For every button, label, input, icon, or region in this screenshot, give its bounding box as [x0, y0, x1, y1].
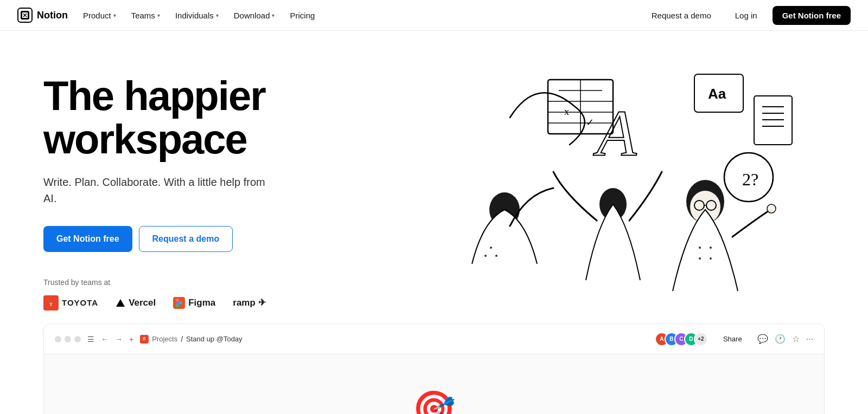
svg-point-40	[699, 247, 701, 249]
nav-pricing-label: Pricing	[290, 11, 315, 20]
window-dots	[55, 336, 81, 342]
svg-point-30	[495, 255, 497, 257]
hero-section: The happier workspace Write. Plan. Colla…	[0, 31, 868, 324]
svg-text:2?: 2?	[742, 170, 758, 189]
breadcrumb-separator: /	[181, 335, 183, 344]
svg-text:Aa: Aa	[708, 86, 726, 102]
vercel-logo: Vercel	[116, 297, 156, 308]
svg-point-42	[699, 257, 701, 260]
hero-subtitle: Write. Plan. Collaborate. With a little …	[43, 174, 271, 206]
window-dot-max	[74, 336, 81, 342]
star-icon[interactable]: ☆	[792, 334, 800, 344]
app-preview-content: 🎯	[44, 354, 824, 414]
trusted-section: Trusted by teams at T TOYOTA Vercel	[43, 278, 358, 310]
request-demo-hero-button[interactable]: Request a demo	[139, 226, 233, 252]
svg-point-41	[710, 247, 712, 249]
hero-buttons: Get Notion free Request a demo	[43, 226, 358, 252]
share-button[interactable]: Share	[714, 331, 751, 347]
svg-marker-3	[116, 299, 125, 307]
nav-individuals-label: Individuals	[175, 11, 214, 20]
svg-point-29	[490, 247, 492, 249]
get-notion-hero-button[interactable]: Get Notion free	[43, 226, 132, 252]
nav-product[interactable]: Product ▾	[76, 7, 123, 24]
back-button[interactable]: ←	[101, 335, 108, 344]
target-icon: 🎯	[412, 389, 456, 415]
get-notion-nav-button[interactable]: Get Notion free	[773, 6, 851, 25]
hero-title: The happier workspace	[43, 74, 358, 161]
nav-links: Product ▾ Teams ▾ Individuals ▾ Download…	[76, 7, 643, 24]
login-button[interactable]: Log in	[726, 7, 766, 24]
window-dot-min	[65, 336, 71, 342]
nav-download[interactable]: Download ▾	[227, 7, 282, 24]
navbar: Notion Product ▾ Teams ▾ Individuals ▾ D…	[0, 0, 868, 31]
toyota-icon: T	[43, 295, 59, 310]
svg-point-9	[176, 304, 179, 307]
brand-name: Notion	[37, 10, 68, 21]
app-preview-bar: ☰ ← → + 🎯 Projects / Stand up @Today A B…	[44, 324, 824, 354]
figma-icon	[173, 297, 185, 309]
hero-illustration-area: x ✓ A Aa 2?	[358, 63, 825, 324]
hero-title-line2: workspace	[43, 116, 247, 162]
nav-download-label: Download	[234, 11, 270, 20]
toyota-logo: T TOYOTA	[43, 295, 98, 310]
toyota-name: TOYOTA	[62, 298, 98, 307]
breadcrumb: 🎯 Projects / Stand up @Today	[140, 335, 242, 344]
sidebar-toggle[interactable]: ☰	[87, 335, 94, 344]
nav-product-label: Product	[83, 11, 111, 20]
vercel-icon	[116, 298, 125, 308]
svg-text:✓: ✓	[586, 117, 594, 128]
svg-point-44	[767, 204, 776, 213]
nav-right: Request a demo Log in Get Notion free	[643, 6, 851, 25]
svg-point-43	[710, 257, 712, 260]
app-preview: ☰ ← → + 🎯 Projects / Stand up @Today A B…	[43, 324, 825, 414]
hero-title-line1: The happier	[43, 73, 265, 119]
avatar-overflow-count: +2	[694, 332, 708, 346]
chevron-down-icon: ▾	[157, 12, 160, 18]
svg-point-8	[179, 301, 182, 305]
svg-text:x: x	[564, 106, 569, 117]
app-preview-actions: A B C D +2 Share 💬 🕐 ☆ ···	[655, 331, 813, 347]
history-icon[interactable]: 🕐	[775, 334, 786, 344]
comment-icon[interactable]: 💬	[757, 334, 768, 344]
figma-logo: Figma	[173, 297, 215, 309]
ramp-logo: ramp ✈	[233, 297, 265, 308]
projects-icon: 🎯	[140, 335, 149, 344]
hero-left: The happier workspace Write. Plan. Colla…	[43, 63, 358, 310]
brand-logo[interactable]: Notion	[17, 8, 68, 23]
svg-text:T: T	[49, 302, 53, 307]
nav-teams-label: Teams	[131, 11, 155, 20]
avatar-group: A B C D +2	[655, 332, 708, 346]
vercel-name: Vercel	[129, 297, 156, 308]
request-demo-button[interactable]: Request a demo	[643, 7, 720, 24]
notion-logo-icon	[17, 8, 33, 23]
breadcrumb-child[interactable]: Stand up @Today	[186, 335, 242, 343]
chevron-down-icon: ▾	[216, 12, 219, 18]
breadcrumb-parent[interactable]: Projects	[152, 335, 177, 343]
trusted-label: Trusted by teams at	[43, 278, 358, 287]
trusted-logos: T TOYOTA Vercel	[43, 295, 358, 310]
nav-teams[interactable]: Teams ▾	[125, 7, 167, 24]
ramp-name: ramp ✈	[233, 297, 265, 308]
nav-pricing[interactable]: Pricing	[283, 7, 321, 24]
svg-point-31	[484, 255, 487, 257]
chevron-down-icon: ▾	[113, 12, 116, 18]
add-button[interactable]: +	[129, 335, 133, 344]
svg-text:A: A	[593, 98, 637, 170]
figma-name: Figma	[188, 297, 215, 308]
hero-illustration: x ✓ A Aa 2?	[358, 63, 825, 324]
nav-individuals[interactable]: Individuals ▾	[169, 7, 225, 24]
window-dot-close	[55, 336, 61, 342]
chevron-down-icon: ▾	[272, 12, 275, 18]
more-options-icon[interactable]: ···	[806, 334, 813, 344]
forward-button[interactable]: →	[115, 335, 123, 344]
